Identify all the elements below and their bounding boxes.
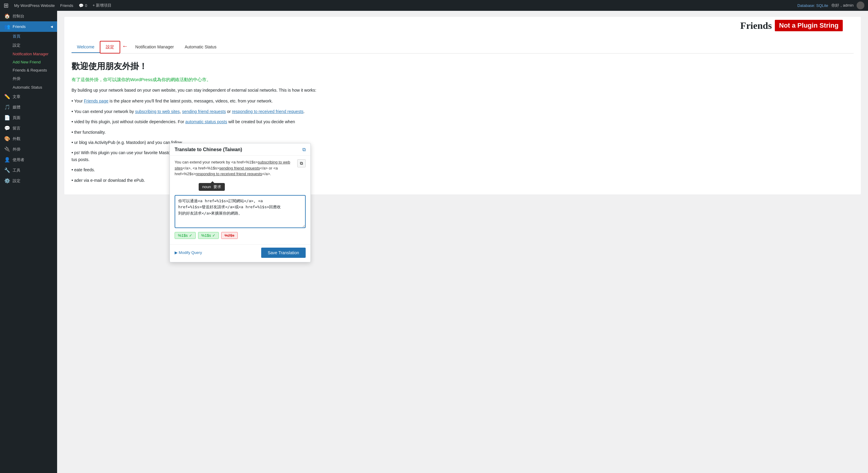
- tab-settings-label: 設定: [106, 44, 114, 49]
- dialog-title: Translate to Chinese (Taiwan): [175, 147, 242, 152]
- tab-notification-manager[interactable]: Notification Manager: [130, 41, 179, 53]
- friends-plugin-link[interactable]: Friends: [60, 3, 73, 8]
- tags-row: %1$s ✓ %1$s ✓ %2$s: [175, 232, 306, 239]
- tag-3: %2$s: [221, 232, 238, 239]
- pages-icon: 📄: [4, 115, 10, 121]
- submenu-item-settings[interactable]: 設定: [0, 41, 57, 50]
- sidebar-item-media[interactable]: 🎵 媒體: [0, 102, 57, 113]
- sidebar-item-appearance[interactable]: 🎨 外觀: [0, 133, 57, 144]
- submenu-item-add-new-friend[interactable]: Add New Friend: [0, 58, 57, 66]
- automatic-status-link[interactable]: automatic status posts: [185, 119, 227, 124]
- tools-icon: 🔧: [4, 167, 10, 173]
- tab-settings[interactable]: 設定: [100, 41, 120, 54]
- site-name-link[interactable]: My WordPress Website: [14, 3, 55, 8]
- tooltip-word: noun: [202, 185, 211, 189]
- dialog-footer: ▶ Modify Query Save Translation: [170, 244, 310, 262]
- sidebar-item-label-appearance: 外觀: [12, 136, 53, 141]
- submenu-item-home[interactable]: 首頁: [0, 32, 57, 41]
- bullet-item-1: Your Friends page is the place where you…: [71, 98, 854, 104]
- submenu-item-friends-requests[interactable]: Friends & Requests: [0, 66, 57, 74]
- friends-icon: 👥: [4, 24, 10, 29]
- tooltip-bubble: noun 要求: [199, 183, 225, 191]
- settings-icon: ⚙️: [4, 178, 10, 184]
- translate-dialog: Translate to Chinese (Taiwan) ⧉ You can …: [169, 143, 311, 262]
- subtitle-text: 有了這個外掛，你可以讓你的WordPress成為你的網絡活動的中心市。: [71, 77, 854, 83]
- friend-requests-link[interactable]: sending friend requests: [182, 109, 226, 114]
- bullet-item-4: ther functionality.: [71, 129, 854, 135]
- posts-icon: ✏️: [4, 94, 10, 99]
- sidebar-item-label-plugins: 外掛: [12, 147, 53, 152]
- source-friend-link[interactable]: sending friend requests: [219, 166, 260, 170]
- bullet-item-3: vided by this plugin, just without outsi…: [71, 118, 854, 125]
- friends-page-link[interactable]: Friends page: [84, 99, 108, 103]
- new-item-link[interactable]: + 新增項目: [93, 3, 112, 8]
- avatar[interactable]: [857, 1, 864, 9]
- dialog-body: You can extend your network by <a href=%…: [170, 156, 310, 244]
- sidebar-item-comments[interactable]: 💬 留言: [0, 123, 57, 133]
- comments-menu-icon: 💬: [4, 125, 10, 131]
- tab-welcome[interactable]: Welcome: [71, 41, 100, 53]
- sidebar-item-label-friends: Friends: [12, 24, 48, 29]
- sidebar-item-posts[interactable]: ✏️ 文章: [0, 91, 57, 102]
- comments-count: 0: [85, 3, 87, 8]
- subscribe-link[interactable]: subscribing to web sites: [135, 109, 180, 114]
- sidebar-item-label-comments: 留言: [12, 126, 53, 131]
- sidebar-item-label-tools: 工具: [12, 168, 53, 173]
- tab-automatic-status-label: Automatic Status: [185, 44, 217, 49]
- received-requests-link[interactable]: responding to received friend requests: [232, 109, 304, 114]
- tag-2-check-icon: ✓: [212, 233, 216, 238]
- page-heading: 歡迎使用朋友外掛！: [71, 61, 854, 72]
- sidebar-item-friends[interactable]: 👥 Friends ◀: [0, 21, 57, 32]
- media-icon: 🎵: [4, 104, 10, 110]
- sidebar-item-plugins-main[interactable]: 🔌 外掛: [0, 144, 57, 154]
- users-icon: 👤: [4, 157, 10, 163]
- tag-2: %1$s ✓: [198, 232, 219, 239]
- translation-textarea[interactable]: 你可以通過<a href=%1$s>訂閱網站</a>, <a href=%1$s…: [175, 195, 306, 228]
- tag-1: %1$s ✓: [175, 232, 196, 239]
- main-content: Friends Not a Plugin String Welcome 設定 ←…: [57, 11, 868, 473]
- appearance-icon: 🎨: [4, 136, 10, 141]
- sidebar-item-tools[interactable]: 🔧 工具: [0, 165, 57, 176]
- sidebar-item-label-dashboard: 控制台: [12, 13, 53, 19]
- tab-automatic-status[interactable]: Automatic Status: [180, 41, 222, 53]
- tab-welcome-label: Welcome: [77, 44, 94, 49]
- comments-icon: 💬: [79, 3, 84, 8]
- dashboard-icon: 🏠: [4, 13, 10, 19]
- submenu-item-plugins[interactable]: 外掛: [0, 74, 57, 83]
- source-respond-link[interactable]: responding to received friend requests: [196, 171, 262, 176]
- source-text-content: You can extend your network by <a href=%…: [175, 160, 290, 176]
- bullet-6b: tus posts.: [71, 157, 90, 162]
- tooltip-translation: 要求: [213, 184, 221, 190]
- sidebar-item-label-pages: 頁面: [12, 115, 53, 121]
- sidebar-item-label-posts: 文章: [12, 94, 53, 99]
- sidebar-item-label-media: 媒體: [12, 104, 53, 110]
- sidebar-item-label-users: 使用者: [12, 157, 53, 163]
- sidebar-item-settings[interactable]: ⚙️ 設定: [0, 176, 57, 186]
- friends-submenu: 首頁 設定 Notification Manager Add New Frien…: [0, 32, 57, 91]
- submenu-item-automatic-status[interactable]: Automatic Status: [0, 83, 57, 91]
- plugin-title-area: Friends Not a Plugin String: [740, 20, 843, 31]
- sidebar-item-label-settings: 設定: [12, 178, 53, 184]
- dialog-header: Translate to Chinese (Taiwan) ⧉: [170, 143, 310, 156]
- wp-logo[interactable]: ⊞: [4, 2, 9, 9]
- tag-1-check-icon: ✓: [189, 233, 192, 238]
- sidebar-item-pages[interactable]: 📄 頁面: [0, 113, 57, 123]
- save-translation-button[interactable]: Save Translation: [261, 248, 306, 258]
- tab-arrow-icon: ←: [122, 43, 128, 50]
- comments-link[interactable]: 💬 0: [79, 3, 87, 8]
- sidebar-item-dashboard[interactable]: 🏠 控制台: [0, 11, 57, 21]
- modify-query-link[interactable]: ▶ Modify Query: [175, 250, 202, 255]
- greeting-text: 你好，admin: [831, 3, 854, 8]
- tab-notification-manager-label: Notification Manager: [135, 44, 174, 49]
- external-link-icon[interactable]: ⧉: [302, 147, 306, 152]
- sidebar-arrow-icon: ◀: [51, 25, 53, 28]
- bullet-3-text-before: vided by this plugin, just without outsi…: [74, 119, 185, 124]
- tabs-header: Welcome 設定 ← Notification Manager Automa…: [71, 41, 854, 54]
- friends-title: Friends: [740, 20, 772, 31]
- submenu-item-notification-manager[interactable]: Notification Manager: [0, 50, 57, 58]
- sidebar-item-users[interactable]: 👤 使用者: [0, 154, 57, 165]
- copy-button[interactable]: ⧉: [297, 159, 306, 167]
- bullet-3-text-after: will be created but you decide when: [227, 119, 295, 124]
- source-text: You can extend your network by <a href=%…: [175, 159, 306, 177]
- bullet-item-2: You can extend your network by subscribi…: [71, 108, 854, 115]
